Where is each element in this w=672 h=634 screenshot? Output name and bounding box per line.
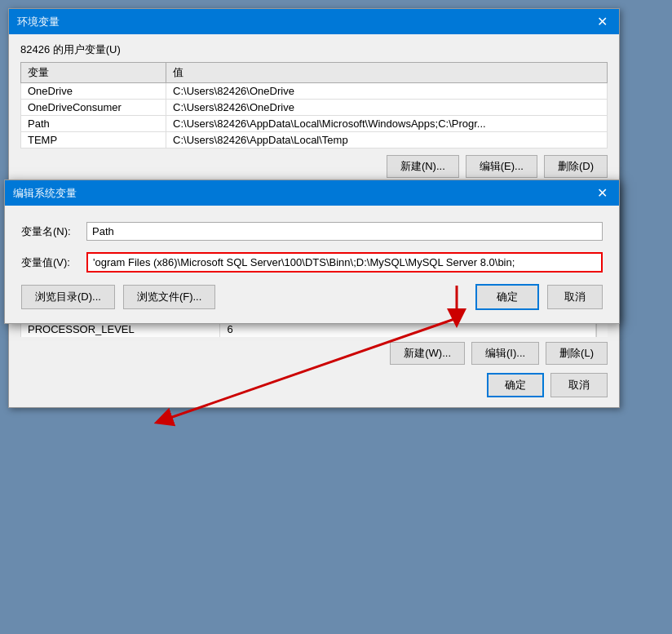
var-name-input[interactable]	[86, 222, 603, 241]
sys-edit-btn[interactable]: 编辑(I)...	[471, 342, 539, 365]
edit-dialog: 编辑系统变量 ✕ 变量名(N): 变量值(V): 浏览目录(D)... 浏览文件…	[4, 180, 620, 324]
env-bottom-btn-row: 确定 取消	[20, 373, 608, 397]
sys-delete-btn[interactable]: 删除(L)	[546, 342, 608, 365]
user-table-row[interactable]: PathC:\Users\82426\AppData\Local\Microso…	[21, 116, 608, 132]
user-table-row[interactable]: TEMPC:\Users\82426\AppData\Local\Temp	[21, 132, 608, 149]
env-dialog-close[interactable]: ✕	[594, 14, 611, 29]
edit-dialog-close[interactable]: ✕	[594, 185, 611, 201]
user-var-table: 变量 值 OneDriveC:\Users\82426\OneDriveOneD…	[20, 62, 608, 149]
browse-file-btn[interactable]: 浏览文件(F)...	[123, 285, 215, 309]
var-value-input[interactable]	[86, 252, 603, 273]
env-ok-btn[interactable]: 确定	[487, 373, 544, 397]
edit-dialog-title: 编辑系统变量	[13, 186, 77, 201]
edit-ok-btn[interactable]: 确定	[475, 284, 539, 310]
var-value-label: 变量值(V):	[21, 255, 86, 270]
user-val-cell: C:\Users\82426\OneDrive	[166, 83, 608, 100]
browse-dir-btn[interactable]: 浏览目录(D)...	[21, 285, 115, 309]
edit-dialog-titlebar: 编辑系统变量 ✕	[5, 180, 619, 206]
user-val-cell: C:\Users\82426\OneDrive	[166, 100, 608, 116]
user-edit-btn[interactable]: 编辑(E)...	[466, 155, 537, 178]
env-cancel-btn[interactable]: 取消	[550, 373, 608, 397]
user-delete-btn[interactable]: 删除(D)	[544, 155, 608, 178]
user-var-cell: OneDriveConsumer	[21, 100, 166, 116]
user-table-header-var: 变量	[21, 63, 166, 83]
edit-cancel-btn[interactable]: 取消	[547, 285, 603, 309]
var-value-row: 变量值(V):	[21, 252, 603, 273]
user-var-cell: TEMP	[21, 132, 166, 149]
user-table-row[interactable]: OneDriveC:\Users\82426\OneDrive	[21, 83, 608, 100]
edit-dialog-body: 变量名(N): 变量值(V): 浏览目录(D)... 浏览文件(F)... 确定…	[5, 206, 619, 323]
user-val-cell: C:\Users\82426\AppData\Local\Microsoft\W…	[166, 116, 608, 132]
user-var-cell: Path	[21, 116, 166, 132]
sys-new-btn[interactable]: 新建(W)...	[390, 342, 465, 365]
user-btn-row: 新建(N)... 编辑(E)... 删除(D)	[20, 155, 608, 178]
user-table-row[interactable]: OneDriveConsumerC:\Users\82426\OneDrive	[21, 100, 608, 116]
env-dialog-title: 环境变量	[17, 15, 60, 29]
user-table-header-val: 值	[166, 63, 608, 83]
env-dialog-titlebar: 环境变量 ✕	[9, 9, 619, 34]
edit-btn-row: 浏览目录(D)... 浏览文件(F)... 确定 取消	[21, 284, 603, 310]
user-var-cell: OneDrive	[21, 83, 166, 100]
user-new-btn[interactable]: 新建(N)...	[387, 155, 459, 178]
var-name-label: 变量名(N):	[21, 224, 86, 239]
user-val-cell: C:\Users\82426\AppData\Local\Temp	[166, 132, 608, 149]
user-section-label: 82426 的用户变量(U)	[20, 42, 608, 57]
var-name-row: 变量名(N):	[21, 222, 603, 241]
sys-btn-row: 新建(W)... 编辑(I)... 删除(L)	[20, 342, 608, 365]
